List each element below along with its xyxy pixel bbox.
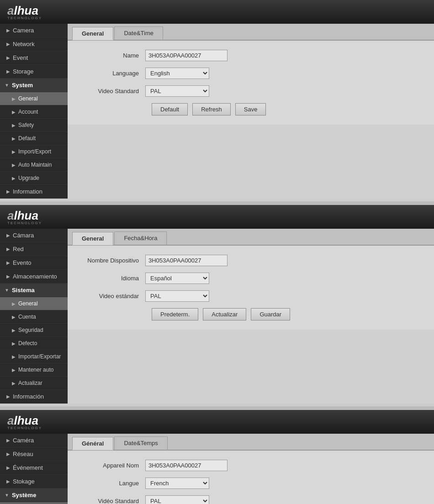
sidebar-item-upgrade[interactable]: Upgrade (0, 172, 68, 185)
sidebar-item-information[interactable]: Information (0, 185, 68, 199)
sidebar-item-network[interactable]: Network (0, 37, 68, 51)
sidebar-item-auto-maintain[interactable]: Auto Maintain (0, 158, 68, 172)
input-nombre-dispositivo[interactable] (145, 255, 228, 266)
refresh-button[interactable]: Refresh (192, 103, 231, 116)
predeterm--button[interactable]: Predeterm. (152, 308, 198, 320)
sidebar-item-label: Caméra (13, 437, 34, 444)
sidebar-item-syst-me[interactable]: Système (0, 488, 68, 502)
sidebar-item-general[interactable]: General (0, 297, 68, 310)
chevron-right-icon (6, 28, 10, 33)
tab-g-n-ral[interactable]: Général (72, 437, 113, 450)
sidebar-item-label: Safety (18, 122, 34, 128)
sidebar-item-stokage[interactable]: Stokage (0, 475, 68, 488)
tab-bar: GeneralFecha&Hora (68, 229, 434, 246)
guardar-button[interactable]: Guardar (251, 308, 290, 320)
actualizar-button[interactable]: Actualizar (203, 308, 246, 320)
sidebar-item-defecto[interactable]: Defecto (0, 337, 68, 350)
sidebar-item-safety[interactable]: Safety (0, 119, 68, 132)
sidebar-item-import-export[interactable]: Import/Export (0, 145, 68, 158)
sidebar-item-sistema[interactable]: Sistema (0, 284, 68, 297)
label-appareil-nom: Appareil Nom (81, 462, 145, 469)
form-row: Vidéo StandardPAL (81, 495, 420, 504)
sidebar-item-default[interactable]: Default (0, 132, 68, 145)
form-row: Name (81, 50, 420, 61)
tab-fecha-hora[interactable]: Fecha&Hora (114, 231, 167, 245)
header-bar: a lhua TECHNOLOGY (0, 205, 434, 229)
chevron-right-icon (6, 452, 10, 457)
tab-bar: GeneralDate&Time (68, 24, 434, 41)
select-idioma[interactable]: Español (145, 273, 209, 284)
sidebar-item-almacenamiento[interactable]: Almacenamiento (0, 270, 68, 284)
label-nombre-dispositivo: Nombre Dispositivo (81, 257, 145, 264)
sidebar-item-mantener-auto[interactable]: Mantener auto (0, 363, 68, 377)
chevron-right-icon (6, 42, 10, 47)
tab-date-time[interactable]: Date&Time (114, 26, 163, 40)
chevron-down-icon (5, 83, 9, 88)
sidebar-item-camera[interactable]: Camera (0, 24, 68, 37)
sidebar-item-g-n-ral[interactable]: Général (0, 502, 68, 504)
chevron-right-icon (6, 247, 10, 252)
chevron-down-icon (5, 493, 9, 498)
sidebar-item-general[interactable]: General (0, 92, 68, 105)
tab-general[interactable]: General (72, 27, 113, 40)
chevron-down-icon (5, 288, 9, 293)
chevron-right-icon (12, 110, 16, 115)
chevron-right-icon (12, 301, 16, 306)
sidebar-item-actualizar[interactable]: Actualizar (0, 377, 68, 390)
label-idioma: Idioma (81, 275, 145, 282)
sidebar-item-seguridad[interactable]: Seguridad (0, 324, 68, 337)
sidebar-item-cam-ra[interactable]: Caméra (0, 434, 68, 447)
tab-date-temps[interactable]: Date&Temps (114, 436, 167, 450)
panel-separator (0, 406, 434, 410)
chevron-right-icon (6, 233, 10, 238)
sidebar-item-r-seau[interactable]: Réseau (0, 447, 68, 461)
chevron-right-icon (12, 123, 16, 128)
header-bar: a lhua TECHNOLOGY (0, 410, 434, 434)
chevron-right-icon (6, 189, 10, 194)
sidebar-item--v-nement[interactable]: Événement (0, 461, 68, 475)
sidebar-item-label: Información (13, 393, 44, 400)
form-row: LanguageEnglish (81, 68, 420, 79)
sidebar-item-system[interactable]: System (0, 79, 68, 92)
sidebar-item-label: Default (18, 135, 36, 142)
tab-bar: GénéralDate&Temps (68, 434, 434, 451)
sidebar-item-account[interactable]: Account (0, 105, 68, 119)
label-langue: Langue (81, 480, 145, 487)
select-video-est-ndar[interactable]: PAL (145, 290, 209, 302)
sidebar-item-importar-exportar[interactable]: Importar/Exportar (0, 350, 68, 363)
sidebar-item-event[interactable]: Event (0, 51, 68, 65)
chevron-right-icon (12, 328, 16, 333)
tab-general[interactable]: General (72, 232, 113, 245)
chevron-right-icon (12, 163, 16, 168)
sidebar-item-label: Upgrade (18, 175, 39, 181)
sidebar: CaméraRéseauÉvénementStokageSystèmeGénér… (0, 434, 68, 504)
default-button[interactable]: Default (152, 103, 188, 116)
input-appareil-nom[interactable] (145, 460, 228, 471)
chevron-right-icon (6, 274, 10, 279)
select-video-standard[interactable]: PAL (145, 85, 209, 97)
sidebar-item-label: System (12, 82, 33, 89)
sidebar-item-label: Storage (13, 68, 34, 75)
sidebar-item-red[interactable]: Red (0, 242, 68, 256)
select-langue[interactable]: French (145, 478, 209, 489)
select-language[interactable]: English (145, 68, 209, 79)
sidebar-item-label: General (18, 300, 38, 307)
sidebar-item-informaci-n[interactable]: Información (0, 390, 68, 404)
sidebar-item-label: Réseau (13, 451, 33, 457)
save-button[interactable]: Save (235, 103, 266, 116)
sidebar-item-c-mara[interactable]: Cámara (0, 229, 68, 242)
sidebar-item-evento[interactable]: Evento (0, 256, 68, 270)
sidebar-item-cuenta[interactable]: Cuenta (0, 310, 68, 324)
chevron-right-icon (12, 341, 16, 346)
panel-separator (0, 201, 434, 205)
chevron-right-icon (6, 479, 10, 484)
form-row: LangueFrench (81, 478, 420, 489)
sidebar-item-label: Event (13, 54, 28, 61)
select-vid-o-standard[interactable]: PAL (145, 495, 209, 504)
input-name[interactable] (145, 50, 228, 61)
sidebar-item-storage[interactable]: Storage (0, 65, 68, 79)
form-row: Video StandardPAL (81, 85, 420, 97)
sidebar-item-label: Almacenamiento (13, 273, 57, 280)
label-video-standard: Video Standard (81, 88, 145, 94)
sidebar-item-label: General (18, 95, 38, 102)
